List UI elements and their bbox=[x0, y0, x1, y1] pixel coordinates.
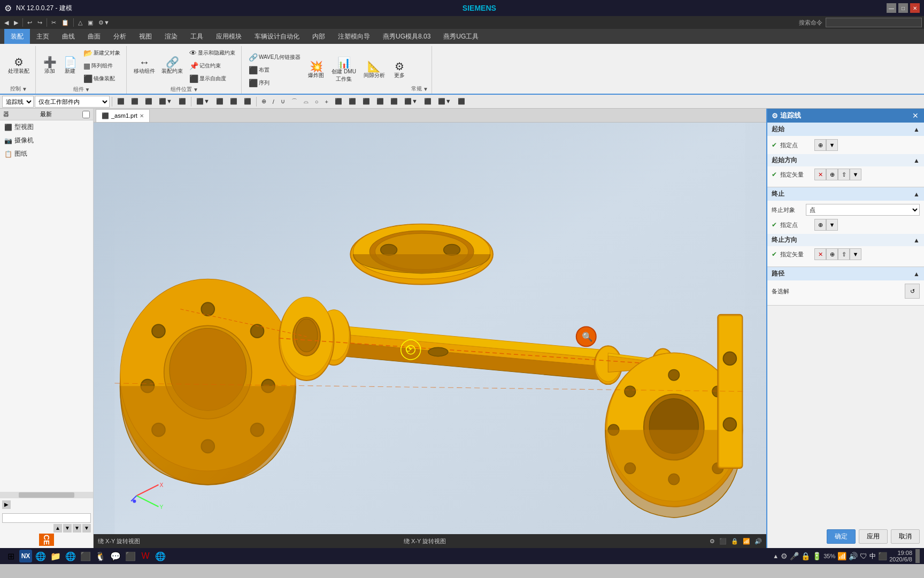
tab-app-modules[interactable]: 应用模块 bbox=[210, 29, 248, 44]
end-object-select[interactable]: 点 bbox=[806, 204, 920, 216]
taskbar-penguin-btn[interactable]: 🐧 bbox=[94, 550, 107, 562]
point-dropdown-btn-end[interactable]: ▼ bbox=[826, 219, 838, 231]
point-snap-btn-start[interactable]: ⊕ bbox=[814, 139, 826, 151]
toolbar-view-btn[interactable]: ⬛▼ bbox=[194, 96, 212, 107]
btn-more[interactable]: ⚙ 更多 bbox=[390, 59, 409, 81]
toolbar-offset-btn[interactable]: ⬛ bbox=[388, 96, 401, 107]
tray-expand[interactable]: ▲ bbox=[773, 553, 779, 559]
qt-undo-btn[interactable]: ↩ bbox=[25, 18, 34, 27]
toolbar-move-btn[interactable]: ⬛ bbox=[142, 96, 155, 107]
toolbar-fillet-btn[interactable]: ⌓ bbox=[301, 96, 311, 107]
toolbar-curve-btn[interactable]: ⌒ bbox=[289, 96, 300, 107]
btn-move-component[interactable]: ↔ 移动组件 bbox=[131, 55, 158, 77]
vector-dropdown-btn-start[interactable]: ▼ bbox=[850, 169, 861, 180]
qt-copy-btn[interactable]: 📋 bbox=[59, 18, 71, 27]
sidebar-checkbox[interactable] bbox=[82, 111, 90, 118]
toolbar-line-btn[interactable]: / bbox=[270, 97, 277, 107]
btn-remember-constraint[interactable]: 📌 记住约束 bbox=[187, 60, 238, 72]
confirm-btn[interactable]: 确定 bbox=[827, 529, 856, 544]
taskbar-wps-btn[interactable]: W bbox=[139, 550, 152, 562]
tab-injection[interactable]: 注塑模向导 bbox=[332, 29, 376, 44]
btn-wave-linker[interactable]: 🔗 WAVE几何链接器 bbox=[246, 51, 303, 63]
work-part-select[interactable]: 仅在工作部件内 bbox=[35, 96, 110, 108]
tab-view[interactable]: 视图 bbox=[133, 29, 158, 44]
toolbar-dist-btn[interactable]: ⬛ bbox=[374, 96, 387, 107]
minimize-btn[interactable]: — bbox=[887, 3, 896, 13]
tab-analysis[interactable]: 分析 bbox=[107, 29, 133, 44]
vector-snap-btn-start[interactable]: ⊕ bbox=[826, 169, 838, 180]
down-arrow3[interactable]: ▼ bbox=[82, 524, 91, 533]
toolbar-circle-btn[interactable]: ○ bbox=[312, 97, 321, 107]
tab-close-btn[interactable]: ✕ bbox=[140, 113, 144, 119]
sidebar-nav-drawing[interactable]: 📋 图纸 bbox=[0, 147, 93, 161]
btn-new-parent[interactable]: 📂 新建父对象 bbox=[81, 47, 123, 59]
alternate-btn[interactable]: ↺ bbox=[905, 284, 920, 299]
tab-internal[interactable]: 内部 bbox=[306, 29, 332, 44]
down-arrow2[interactable]: ▼ bbox=[73, 524, 81, 533]
dialog-close-btn[interactable]: ✕ bbox=[911, 111, 920, 120]
tab-tools[interactable]: 工具 bbox=[184, 29, 210, 44]
toolbar-point-btn[interactable]: ⊕ bbox=[259, 96, 269, 107]
toolbar-shade-btn[interactable]: ⬛ bbox=[227, 96, 240, 107]
down-arrow1[interactable]: ▼ bbox=[63, 524, 72, 533]
tab-yanxiu-tools[interactable]: 燕秀UG工具 bbox=[437, 29, 485, 44]
maximize-btn[interactable]: □ bbox=[898, 3, 908, 13]
tab-surface[interactable]: 曲面 bbox=[81, 29, 107, 44]
toolbar-scale-btn[interactable]: ⬛ bbox=[176, 96, 189, 107]
end-direction-subheader[interactable]: 终止方向 ▲ bbox=[767, 234, 924, 246]
tab-yanxiu-mold[interactable]: 燕秀UG模具8.03 bbox=[376, 29, 437, 44]
viewport[interactable]: ⟳ bbox=[94, 123, 766, 534]
btn-create-dmu[interactable]: 📊 创建 DMU 工作集 bbox=[329, 56, 359, 85]
point-snap-btn-end[interactable]: ⊕ bbox=[814, 219, 826, 231]
show-desktop-btn[interactable] bbox=[915, 549, 920, 563]
traceline-select[interactable]: 追踪线 bbox=[2, 96, 34, 108]
btn-gap-analysis[interactable]: 📐 间隙分析 bbox=[361, 59, 388, 81]
qt-snap-btn[interactable]: △ bbox=[76, 18, 84, 27]
close-btn[interactable]: ✕ bbox=[910, 3, 920, 13]
taskbar-ie-btn[interactable]: 🌐 bbox=[34, 550, 47, 562]
toolbar-snap-btn[interactable]: ⬛ bbox=[114, 96, 127, 107]
toolbar-wire-btn[interactable]: ⬛ bbox=[241, 96, 254, 107]
toolbar-plus-btn[interactable]: + bbox=[322, 97, 331, 107]
sidebar-arrow-right[interactable]: ▶ bbox=[2, 500, 11, 509]
tab-render[interactable]: 渲染 bbox=[158, 29, 184, 44]
btn-mirror-assembly[interactable]: ⬛ 镜像装配 bbox=[81, 73, 123, 85]
up-arrow[interactable]: ▲ bbox=[53, 524, 62, 533]
sidebar-nav-camera[interactable]: 📷 摄像机 bbox=[0, 134, 93, 147]
cancel-btn[interactable]: 取消 bbox=[891, 529, 920, 544]
toolbar-intersect-btn[interactable]: ⬛ bbox=[332, 96, 345, 107]
btn-sequence[interactable]: ⬛ 序列 bbox=[246, 77, 303, 89]
taskbar-folder-btn[interactable]: 📁 bbox=[49, 550, 62, 562]
apply-btn[interactable]: 应用 bbox=[859, 529, 888, 544]
section-end-header[interactable]: 终止 ▲ bbox=[767, 187, 924, 201]
qt-grid-btn[interactable]: ▣ bbox=[86, 18, 95, 27]
vector-x-btn-start[interactable]: ✕ bbox=[814, 169, 826, 180]
qt-cut-btn[interactable]: ✂ bbox=[49, 18, 58, 27]
section-start-header[interactable]: 起始 ▲ bbox=[767, 123, 924, 136]
taskbar-antivirus-btn[interactable]: ⬛ bbox=[79, 550, 92, 562]
vector-dir-btn-end[interactable]: ⇧ bbox=[838, 248, 850, 260]
btn-process-assembly[interactable]: ⚙ 处理装配 bbox=[5, 55, 32, 77]
viewport-tab-asm1[interactable]: ⬛ _asm1.prt ✕ bbox=[96, 109, 150, 122]
toolbar-layer-btn[interactable]: ⬛▼ bbox=[435, 96, 454, 107]
btn-new[interactable]: 📄 新建 bbox=[60, 55, 80, 77]
toolbar-rotate-btn[interactable]: ⬛▼ bbox=[156, 96, 175, 107]
btn-assembly-constraint[interactable]: 🔗 装配约束 bbox=[159, 55, 186, 77]
sidebar-nav-model-view[interactable]: ⬛ 型视图 bbox=[0, 120, 93, 134]
qt-settings-btn[interactable]: ⚙▼ bbox=[96, 18, 112, 27]
qt-forward-btn[interactable]: ▶ bbox=[12, 18, 20, 27]
taskbar-app5-btn[interactable]: 🌐 bbox=[154, 550, 167, 562]
qt-redo-btn[interactable]: ↪ bbox=[35, 18, 44, 27]
qt-back-btn[interactable]: ◀ bbox=[2, 18, 11, 27]
toolbar-measure-btn[interactable]: ⬛ bbox=[360, 96, 373, 107]
taskbar-nx-btn[interactable]: NX bbox=[19, 550, 32, 562]
start-direction-subheader[interactable]: 起始方向 ▲ bbox=[767, 154, 924, 166]
point-dropdown-btn-start[interactable]: ▼ bbox=[826, 139, 838, 151]
toolbar-project-btn[interactable]: ⬛ bbox=[346, 96, 359, 107]
section-path-header[interactable]: 路径 ▲ bbox=[767, 267, 924, 280]
vector-x-btn-end[interactable]: ✕ bbox=[814, 248, 826, 260]
toolbar-arc-btn[interactable]: ∪ bbox=[278, 96, 288, 107]
btn-layout[interactable]: ⬛ 布置 bbox=[246, 64, 303, 76]
tab-home[interactable]: 主页 bbox=[30, 29, 56, 44]
toolbar-more-btn[interactable]: ⬛ bbox=[455, 96, 468, 107]
